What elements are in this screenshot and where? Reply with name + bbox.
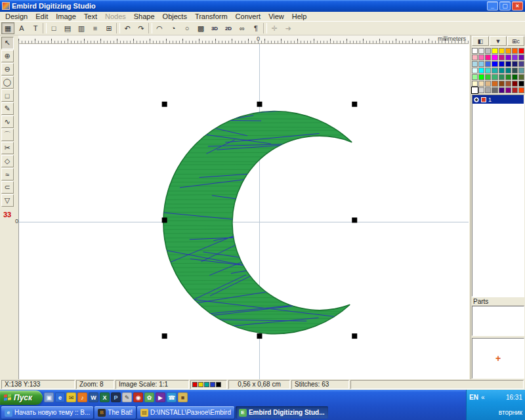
color-swatch[interactable]	[499, 61, 505, 67]
color-swatch[interactable]	[499, 68, 505, 74]
tool-button[interactable]: ✎	[1, 102, 14, 115]
color-swatch[interactable]	[485, 81, 491, 87]
tool-button[interactable]: ▽	[1, 194, 14, 207]
color-swatch[interactable]	[485, 74, 491, 80]
taskbar-window-button[interactable]: ▤ D:\INSTALL\Разное\Embird	[137, 406, 234, 419]
toolbar-button[interactable]: T	[29, 22, 42, 34]
tool-button[interactable]: ✂	[1, 142, 14, 154]
color-swatch[interactable]	[492, 61, 497, 67]
selection-handle[interactable]	[257, 102, 262, 107]
color-swatch[interactable]	[472, 61, 478, 67]
toolbar-button[interactable]: ▤	[61, 22, 74, 34]
tool-button[interactable]: ⊕	[1, 50, 14, 62]
toolbar-button[interactable]: ∞	[236, 22, 249, 34]
tool-button[interactable]: ∿	[1, 116, 14, 128]
menu-item[interactable]: Objects	[159, 12, 191, 20]
status-color-swatch[interactable]	[204, 382, 209, 387]
selection-handle[interactable]	[257, 333, 262, 339]
color-swatch[interactable]	[499, 48, 505, 54]
quick-launch-icon[interactable]: ♪	[77, 392, 87, 402]
toolbar-button[interactable]: ◔	[167, 22, 180, 34]
toolbar-button[interactable]: ◠	[153, 22, 166, 34]
toolbar-button[interactable]	[148, 23, 152, 33]
design-canvas[interactable]	[18, 44, 469, 379]
color-swatch[interactable]	[518, 54, 524, 60]
selection-handle[interactable]	[162, 102, 167, 107]
color-swatch[interactable]	[478, 54, 484, 60]
visibility-icon[interactable]	[474, 97, 479, 102]
color-swatch[interactable]	[485, 48, 491, 54]
crescent-shape[interactable]	[163, 111, 352, 333]
color-swatch[interactable]	[492, 54, 497, 60]
color-swatch[interactable]	[492, 48, 497, 54]
color-swatch[interactable]	[512, 87, 518, 93]
color-swatch[interactable]	[472, 81, 478, 87]
menu-item[interactable]: Edit	[32, 12, 52, 20]
quick-launch-icon[interactable]: P	[111, 392, 121, 402]
menu-item[interactable]: Image	[52, 12, 80, 20]
toolbar-button[interactable]: ↶	[121, 22, 134, 34]
menu-item[interactable]: View	[264, 12, 288, 20]
color-swatch[interactable]	[492, 68, 497, 74]
palette-toolbar-button[interactable]: ◧	[472, 36, 489, 46]
selection-handle[interactable]	[162, 333, 167, 339]
toolbar-button[interactable]: 2D	[222, 22, 235, 34]
color-swatch[interactable]	[472, 48, 478, 54]
color-swatch[interactable]	[518, 61, 524, 67]
menu-item[interactable]: Help	[288, 12, 311, 20]
color-swatch[interactable]	[492, 74, 497, 80]
selection-handle[interactable]	[352, 217, 357, 222]
color-swatch[interactable]	[472, 68, 478, 74]
color-swatch[interactable]	[518, 74, 524, 80]
toolbar-button[interactable]: ▥	[75, 22, 88, 34]
window-control-button[interactable]: _	[487, 1, 498, 10]
toolbar-button[interactable]: ⊞	[102, 22, 116, 34]
taskbar-window-button[interactable]: E Embird Digitizing Stud...	[236, 406, 328, 419]
color-swatch[interactable]	[505, 61, 511, 67]
toolbar-button[interactable]: ➜	[282, 22, 295, 34]
toolbar-button[interactable]: ▩	[194, 22, 207, 34]
color-swatch[interactable]	[492, 87, 497, 93]
color-swatch[interactable]	[512, 48, 518, 54]
tool-button[interactable]: ◇	[1, 155, 14, 167]
quick-launch-icon[interactable]: X	[100, 392, 110, 402]
quick-launch-icon[interactable]: W	[89, 392, 98, 402]
toolbar-button[interactable]: ▦	[1, 22, 14, 34]
color-swatch[interactable]	[512, 81, 518, 87]
quick-launch-icon[interactable]: ▶	[156, 392, 165, 402]
object-row[interactable]: 1	[472, 95, 524, 104]
color-swatch[interactable]	[478, 61, 484, 67]
color-swatch[interactable]	[472, 54, 478, 60]
quick-launch-icon[interactable]: ▣	[44, 392, 54, 402]
color-swatch[interactable]	[485, 54, 491, 60]
color-swatch[interactable]	[505, 68, 511, 74]
status-color-swatch[interactable]	[216, 382, 221, 387]
quick-launch-icon[interactable]: ◉	[133, 392, 143, 402]
color-swatch[interactable]	[478, 68, 484, 74]
menu-item[interactable]: Transform	[191, 12, 232, 20]
tool-button[interactable]: ⌒	[1, 129, 14, 141]
toolbar-button[interactable]	[263, 23, 267, 33]
quick-launch-icon[interactable]: ■	[178, 392, 188, 402]
toolbar-button[interactable]: ○	[180, 22, 194, 34]
color-swatch[interactable]	[485, 61, 491, 67]
taskbar-window-button[interactable]: B The Bat!	[94, 406, 136, 419]
color-swatch[interactable]	[505, 74, 511, 80]
toolbar-button[interactable]	[43, 23, 47, 33]
color-swatch[interactable]	[518, 81, 524, 87]
color-swatch[interactable]	[512, 74, 518, 80]
color-swatch[interactable]	[492, 81, 497, 87]
quick-launch-icon[interactable]: ✉	[66, 392, 76, 402]
toolbar-button[interactable]: ¶	[249, 22, 262, 34]
color-swatch[interactable]	[478, 81, 484, 87]
language-indicator[interactable]: EN	[469, 394, 478, 401]
toolbar-button[interactable]: A	[15, 22, 28, 34]
status-color-swatch[interactable]	[192, 382, 198, 387]
color-swatch[interactable]	[472, 87, 478, 93]
toolbar-button[interactable]: ↷	[135, 22, 148, 34]
toolbar-button[interactable]: ✛	[268, 22, 281, 34]
quick-launch-icon[interactable]: e	[55, 392, 65, 402]
menu-item[interactable]: Text	[80, 12, 101, 20]
tool-button[interactable]: ⊖	[1, 63, 14, 75]
status-color-swatch[interactable]	[210, 382, 215, 387]
